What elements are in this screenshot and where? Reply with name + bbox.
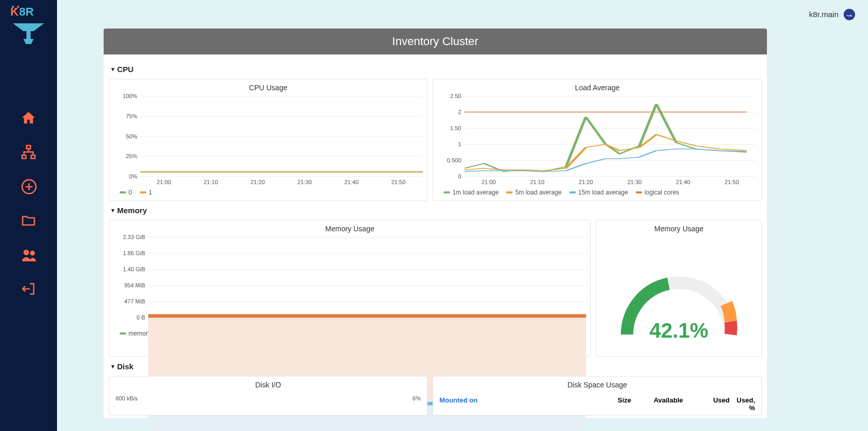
page-title: Inventory Cluster xyxy=(104,29,767,54)
topbar: k8r.main xyxy=(57,0,868,29)
main: Inventory Cluster ▾ CPU CPU Usage 100% 7… xyxy=(104,29,767,418)
panel-title: Disk I/O xyxy=(109,377,427,393)
svg-point-11 xyxy=(30,251,35,255)
panel-memory-chart: Memory Usage 2.33 GiB 1.86 GiB 1.40 GiB … xyxy=(109,220,591,357)
avatar[interactable] xyxy=(844,9,855,20)
gauge-value: 42.1% xyxy=(649,319,708,342)
panel-title: Disk Space Usage xyxy=(433,377,761,393)
panel-cpu-usage: CPU Usage 100% 75% 50% 25% 0% xyxy=(109,79,428,201)
svg-point-5 xyxy=(12,6,14,8)
col-used-pct[interactable]: Used, % xyxy=(730,396,755,412)
gauge-memory[interactable]: 42.1% xyxy=(596,237,761,356)
panel-load-average: Load Average 2.50 2 1.50 1 0.500 0 xyxy=(433,79,762,201)
col-size[interactable]: Size xyxy=(585,396,631,412)
content: ▾ CPU CPU Usage 100% 75% 50% 25% 0% xyxy=(104,54,767,418)
chevron-down-icon: ▾ xyxy=(111,66,115,73)
chart-memory[interactable]: 2.33 GiB 1.86 GiB 1.40 GiB 954 MiB 477 M… xyxy=(109,237,590,317)
cluster-icon[interactable] xyxy=(21,144,36,160)
col-used[interactable]: Used xyxy=(683,396,730,412)
panel-disk-io: Disk I/O 800 kB/s 6% xyxy=(109,376,428,415)
svg-rect-2 xyxy=(26,31,31,39)
add-icon[interactable] xyxy=(21,178,36,194)
panel-title: CPU Usage xyxy=(109,79,427,96)
svg-rect-8 xyxy=(31,155,35,158)
legend: 1m load average 5m load average 15m load… xyxy=(433,187,761,200)
logout-icon[interactable] xyxy=(21,281,36,297)
sidebar: K 8R xyxy=(0,0,57,431)
panel-title: Memory Usage xyxy=(596,220,761,237)
section-cpu[interactable]: ▾ CPU xyxy=(104,62,767,76)
panel-disk-space: Disk Space Usage Mounted on Size Availab… xyxy=(433,376,762,415)
legend: 0 1 xyxy=(109,187,427,200)
svg-point-10 xyxy=(23,249,29,255)
chevron-down-icon: ▾ xyxy=(111,207,115,214)
svg-rect-7 xyxy=(22,155,26,158)
svg-point-4 xyxy=(17,6,19,8)
col-mounted[interactable]: Mounted on xyxy=(439,396,585,412)
svg-point-3 xyxy=(15,8,17,10)
users-icon[interactable] xyxy=(21,247,36,262)
section-memory[interactable]: ▾ Memory xyxy=(104,203,767,217)
user-label: k8r.main xyxy=(809,10,838,19)
chart-cpu-usage[interactable]: 100% 75% 50% 25% 0% xyxy=(109,96,427,176)
svg-text:8R: 8R xyxy=(19,5,34,18)
panel-title: Load Average xyxy=(433,79,761,96)
home-icon[interactable] xyxy=(21,110,36,126)
panel-memory-gauge: Memory Usage 42.1% xyxy=(596,220,762,357)
col-available[interactable]: Available xyxy=(631,396,683,412)
svg-rect-6 xyxy=(26,146,31,149)
chevron-down-icon: ▾ xyxy=(111,363,115,370)
panel-title: Memory Usage xyxy=(109,220,590,237)
logo: K 8R xyxy=(8,3,49,49)
chart-load-average[interactable]: 2.50 2 1.50 1 0.500 0 xyxy=(433,96,761,176)
folder-icon[interactable] xyxy=(21,213,36,228)
svg-point-12 xyxy=(851,15,852,16)
table-header: Mounted on Size Available Used Used, % xyxy=(433,393,761,415)
